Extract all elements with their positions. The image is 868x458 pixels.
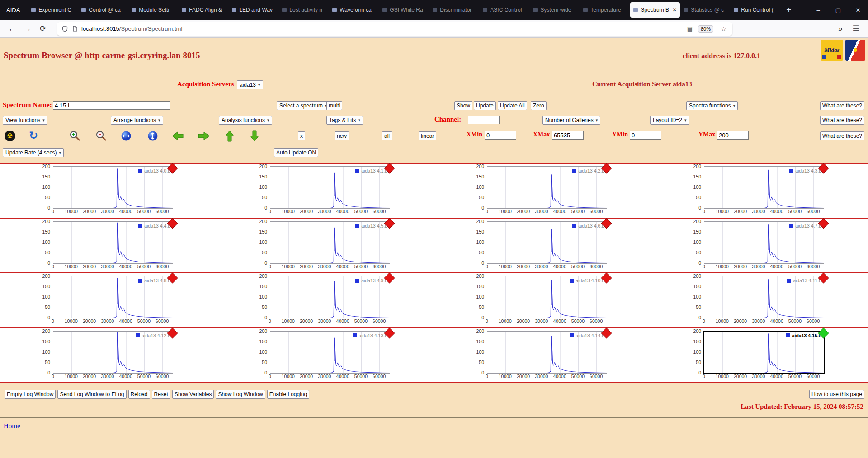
close-window-button[interactable]: ✕ [848, 7, 868, 14]
zoom-level-badge[interactable]: 80% [698, 25, 713, 33]
legend-marker [789, 169, 793, 173]
shift-right-icon[interactable] [198, 131, 210, 140]
spectrum-plot-cell[interactable]: 0501001502000100002000030000400005000060… [434, 328, 651, 383]
browser-tab[interactable]: Module Setti [128, 2, 178, 18]
what-are-these-button-1[interactable]: What are these? [820, 101, 864, 110]
spectrum-plot-cell[interactable]: 0501001502000100002000030000400005000060… [217, 218, 434, 273]
url-text[interactable]: localhost:8015/Spectrum/Spectrum.tml [81, 25, 182, 32]
browser-tab[interactable]: Spectrum B✕ [630, 2, 680, 18]
zoom-in-icon[interactable] [69, 130, 81, 142]
ymin-input[interactable] [630, 131, 661, 140]
number-of-galleries-dropdown[interactable]: Number of Galleries [542, 116, 600, 125]
send-log-to-elog-button[interactable]: Send Log Window to ELog [57, 390, 126, 399]
multi-button[interactable]: multi [326, 101, 342, 110]
spectrum-plot-cell[interactable]: 0501001502000100002000030000400005000060… [651, 218, 868, 273]
x-tick-label: 10000 [499, 374, 512, 379]
analysis-functions-dropdown[interactable]: Analysis functions [219, 116, 272, 125]
spectra-functions-dropdown[interactable]: Spectra functions [686, 101, 738, 110]
zero-button[interactable]: Zero [531, 101, 547, 110]
all-button[interactable]: all [382, 131, 392, 140]
reset-button[interactable]: Reset [152, 390, 170, 399]
reload-page-button[interactable]: Reload [128, 390, 150, 399]
overflow-menu-icon[interactable]: » [834, 24, 847, 33]
zoom-out-icon[interactable] [95, 130, 107, 142]
what-are-these-button-3[interactable]: What are these? [820, 131, 864, 140]
update-rate-dropdown[interactable]: Update Rate (4 secs) [3, 148, 64, 157]
update-button[interactable]: Update [474, 101, 496, 110]
show-log-window-button[interactable]: Show Log Window [216, 390, 265, 399]
spectrum-plot-cell[interactable]: 0501001502000100002000030000400005000060… [651, 163, 868, 218]
view-functions-dropdown[interactable]: View functions [3, 116, 47, 125]
tags-fits-dropdown[interactable]: Tags & Fits [326, 116, 363, 125]
ymax-input[interactable] [717, 131, 749, 140]
browser-tab[interactable]: ASIC Control [480, 2, 529, 18]
x-axis-button[interactable]: x [298, 131, 305, 140]
back-button[interactable]: ← [5, 24, 19, 33]
browser-tab[interactable]: Run Control ( [731, 2, 780, 18]
select-spectrum-dropdown[interactable]: Select a spectrum [277, 101, 330, 110]
tab-close-icon[interactable]: ✕ [672, 7, 677, 13]
spectrum-plot-cell[interactable]: 0501001502000100002000030000400005000060… [0, 218, 217, 273]
spectrum-plot-cell[interactable]: 0501001502000100002000030000400005000060… [434, 218, 651, 273]
spectrum-plot-cell[interactable]: 0501001502000100002000030000400005000060… [651, 328, 868, 383]
home-link[interactable]: Home [4, 422, 20, 430]
browser-tab[interactable]: GSI White Ra [379, 2, 429, 18]
spectrum-plot-cell[interactable]: 0501001502000100002000030000400005000060… [434, 273, 651, 328]
update-all-button[interactable]: Update All [498, 101, 527, 110]
auto-update-button[interactable]: Auto Update ON [274, 148, 318, 157]
xmax-input[interactable] [552, 131, 584, 140]
unzoom-x-icon[interactable] [121, 131, 132, 141]
shield-icon[interactable] [61, 25, 68, 33]
show-variables-button[interactable]: Show Variables [172, 390, 214, 399]
empty-log-window-button[interactable]: Empty Log Window [5, 390, 56, 399]
browser-tab[interactable]: Waveform ca [329, 2, 379, 18]
reload-button[interactable]: ⟳ [36, 24, 50, 33]
browser-tab[interactable]: Temperature [580, 2, 630, 18]
browser-tab[interactable]: Statistics @ c [680, 2, 730, 18]
shift-up-icon[interactable] [225, 130, 234, 142]
url-bar[interactable]: localhost:8015/Spectrum/Spectrum.tml ▤ 8… [57, 22, 732, 36]
site-info-icon[interactable] [72, 25, 78, 32]
acquisition-server-select[interactable]: aida13 [237, 80, 263, 89]
spectrum-plot-cell[interactable]: 0501001502000100002000030000400005000060… [217, 273, 434, 328]
spectrum-plot-cell[interactable]: 0501001502000100002000030000400005000060… [217, 328, 434, 383]
spectrum-plot-cell[interactable]: 0501001502000100002000030000400005000060… [0, 273, 217, 328]
refresh-icon[interactable]: ↻ [29, 130, 38, 141]
linear-button[interactable]: linear [419, 131, 436, 140]
new-button[interactable]: new [335, 131, 349, 140]
spectrum-name-input[interactable] [53, 101, 170, 110]
browser-tab[interactable]: Discriminator [429, 2, 479, 18]
plot-legend-label: aida13 4.10.L [576, 278, 604, 283]
hamburger-menu-icon[interactable]: ☰ [849, 24, 863, 33]
layout-id-dropdown[interactable]: Layout ID=2 [650, 116, 689, 125]
xmin-input[interactable] [485, 131, 516, 140]
unzoom-y-icon[interactable] [147, 131, 158, 141]
minimize-button[interactable]: – [808, 7, 828, 14]
browser-tab[interactable]: FADC Align & [179, 2, 228, 18]
how-to-use-button[interactable]: How to use this page [809, 390, 864, 399]
radiation-icon[interactable]: ☢ [5, 131, 15, 141]
enable-logging-button[interactable]: Enable Logging [267, 390, 309, 399]
spectrum-plot-cell[interactable]: 0501001502000100002000030000400005000060… [0, 328, 217, 383]
shift-down-icon[interactable] [250, 130, 259, 142]
browser-tab[interactable]: Experiment C [28, 2, 78, 18]
bookmark-star-icon[interactable]: ☆ [721, 25, 726, 33]
spectrum-plot-cell[interactable]: 0501001502000100002000030000400005000060… [217, 163, 434, 218]
shift-left-icon[interactable] [172, 131, 184, 140]
browser-tab[interactable]: System wide [530, 2, 580, 18]
channel-input[interactable] [468, 116, 500, 124]
browser-tab[interactable]: Control @ ca [78, 2, 128, 18]
arrange-functions-dropdown[interactable]: Arrange functions [111, 116, 163, 125]
midas-logo: Midas [821, 40, 843, 61]
browser-tab[interactable]: Lost activity n [279, 2, 329, 18]
spectrum-plot-cell[interactable]: 0501001502000100002000030000400005000060… [651, 273, 868, 328]
reader-mode-icon[interactable]: ▤ [687, 25, 693, 32]
forward-button[interactable]: → [21, 24, 34, 33]
browser-tab[interactable]: LED and Wav [229, 2, 278, 18]
new-tab-button[interactable]: + [781, 5, 797, 15]
spectrum-plot-cell[interactable]: 0501001502000100002000030000400005000060… [0, 163, 217, 218]
maximize-button[interactable]: ▢ [828, 7, 848, 14]
spectrum-plot-cell[interactable]: 0501001502000100002000030000400005000060… [434, 163, 651, 218]
what-are-these-button-2[interactable]: What are these? [820, 116, 864, 125]
show-button[interactable]: Show [454, 101, 472, 110]
